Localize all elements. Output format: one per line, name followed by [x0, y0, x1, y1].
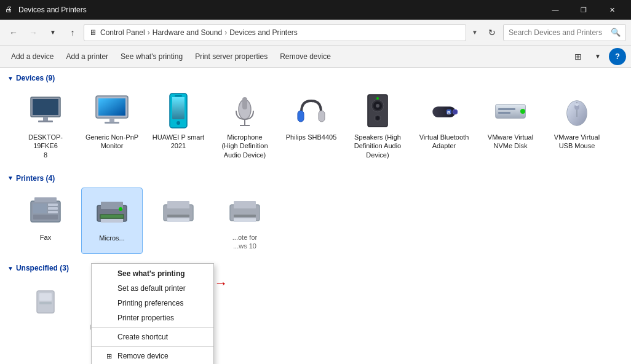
forward-button[interactable]: →	[25, 24, 42, 41]
add-device-button[interactable]: Add a device	[5, 48, 60, 65]
svg-rect-6	[98, 98, 125, 116]
device-item-desktop[interactable]: DESKTOP-19FKE68	[15, 87, 76, 163]
svg-rect-60	[167, 218, 189, 222]
svg-rect-2	[43, 117, 48, 121]
device-label-mouse: VMware VirtualUSB Mouse	[554, 133, 600, 151]
device-label-microphone: Microphone(High DefinitionAudio Device)	[221, 133, 268, 159]
breadcrumb-sep-2: ›	[224, 28, 227, 37]
svg-rect-50	[34, 197, 57, 202]
svg-rect-29	[433, 107, 455, 117]
close-button[interactable]: ✕	[598, 0, 626, 20]
bluetooth-icon: B	[424, 91, 464, 130]
breadcrumb-icon: 🖥	[89, 28, 97, 37]
fax-icon	[26, 191, 65, 231]
ctx-see-printing[interactable]: See what's printing	[92, 266, 213, 281]
view-options-button[interactable]: ⊞	[569, 48, 587, 65]
printer2-icon	[159, 191, 198, 231]
ctx-set-default[interactable]: Set as default printer	[92, 281, 213, 296]
svg-point-42	[575, 103, 579, 106]
device-item-fax[interactable]: Fax	[15, 188, 76, 255]
svg-point-26	[376, 116, 379, 120]
ctx-create-shortcut[interactable]: Create shortcut	[92, 330, 213, 344]
device-item-printer2[interactable]	[148, 188, 209, 255]
context-menu: See what's printing Set as default print…	[91, 263, 214, 364]
device-label-desktop: DESKTOP-19FKE68	[17, 133, 74, 159]
breadcrumb-dropdown-button[interactable]: ▼	[469, 24, 481, 41]
search-input[interactable]	[509, 28, 611, 37]
svg-point-56	[119, 207, 122, 211]
app-icon: 🖨	[5, 5, 15, 15]
chevron-icon-devices: ▼	[7, 75, 14, 82]
mouse-icon	[557, 91, 597, 130]
device-item-monitor[interactable]: Generic Non-PnPMonitor	[81, 87, 143, 163]
svg-point-35	[520, 109, 525, 114]
svg-rect-36	[498, 108, 515, 110]
device-label-fax: Fax	[40, 233, 51, 242]
view-dropdown-button[interactable]: ▼	[589, 48, 606, 65]
device-item-headphones[interactable]: Philips SHB4405	[280, 87, 342, 163]
device-item-bluetooth[interactable]: B Virtual BluetoothAdapter	[413, 87, 475, 163]
svg-text:B: B	[447, 110, 451, 116]
svg-rect-11	[172, 97, 185, 119]
device-item-ms-printer[interactable]: Micros...	[81, 188, 143, 255]
svg-rect-20	[319, 111, 325, 122]
svg-rect-46	[48, 204, 58, 206]
speakers-icon	[358, 91, 397, 130]
breadcrumb-item-control-panel[interactable]: Control Panel	[100, 28, 145, 37]
device-label-monitor: Generic Non-PnPMonitor	[85, 133, 138, 151]
add-printer-button[interactable]: Add a printer	[60, 48, 114, 65]
toolbar-right: ⊞ ▼ ?	[569, 48, 626, 65]
ctx-divider-1	[92, 327, 213, 328]
svg-rect-3	[38, 121, 53, 122]
see-whats-printing-button[interactable]: See what's printing	[114, 48, 189, 65]
section-header-devices[interactable]: ▼ Devices (9)	[0, 70, 631, 85]
device-item-nvme[interactable]: VMware VirtualNVMe Disk	[480, 87, 541, 163]
device-item-unspecified1[interactable]	[15, 277, 76, 335]
device-item-microphone[interactable]: Microphone(High DefinitionAudio Device)	[214, 87, 276, 163]
svg-rect-58	[167, 201, 189, 208]
svg-rect-63	[234, 215, 256, 217]
device-label-printer3: ...ote for...ws 10	[232, 233, 257, 251]
chevron-icon-printers: ▼	[7, 175, 14, 181]
section-header-printers[interactable]: ▼ Printers (4)	[0, 170, 631, 185]
monitor-icon	[92, 91, 132, 130]
svg-point-24	[376, 104, 379, 108]
svg-point-27	[376, 97, 379, 100]
remove-device-button[interactable]: Remove device	[274, 48, 337, 65]
svg-rect-15	[242, 97, 247, 109]
ctx-remove-device[interactable]: ⊞ Remove device	[92, 349, 213, 363]
device-label-headphones: Philips SHB4405	[286, 133, 337, 141]
svg-rect-55	[101, 219, 123, 223]
svg-rect-67	[39, 302, 52, 304]
device-item-mouse[interactable]: VMware VirtualUSB Mouse	[546, 87, 608, 163]
ctx-printing-prefs[interactable]: Printing preferences	[92, 296, 213, 311]
refresh-button[interactable]: ↻	[483, 24, 501, 41]
device-label-nvme: VMware VirtualNVMe Disk	[488, 133, 533, 151]
svg-rect-59	[167, 215, 189, 217]
device-item-speakers[interactable]: Speakers (HighDefinition AudioDevice)	[347, 87, 408, 163]
main-content: ▼ Devices (9) DESKTOP-19FKE68 Gene	[0, 68, 631, 364]
svg-rect-19	[298, 111, 304, 122]
window-title: Devices and Printers	[18, 6, 541, 14]
up-button[interactable]: ↑	[64, 24, 81, 41]
svg-rect-54	[101, 215, 123, 218]
recent-locations-button[interactable]: ▼	[44, 24, 62, 41]
breadcrumb-item-hardware[interactable]: Hardware and Sound	[153, 28, 222, 37]
toolbar: Add a device Add a printer See what's pr…	[0, 46, 631, 68]
minimize-button[interactable]: —	[541, 0, 569, 20]
maximize-button[interactable]: ❐	[569, 0, 598, 20]
help-button[interactable]: ?	[609, 48, 626, 65]
svg-point-32	[453, 109, 458, 114]
svg-point-12	[177, 121, 180, 125]
device-item-printer3[interactable]: ...ote for...ws 10	[214, 188, 276, 255]
print-server-properties-button[interactable]: Print server properties	[189, 48, 274, 65]
svg-rect-13	[175, 95, 182, 97]
svg-rect-45	[33, 204, 47, 213]
breadcrumb-item-devices[interactable]: Devices and Printers	[229, 28, 298, 37]
svg-rect-7	[109, 118, 114, 122]
device-item-phone[interactable]: HUAWEI P smart2021	[148, 87, 209, 163]
printer-selected-icon	[92, 192, 132, 231]
ctx-printer-props[interactable]: Printer properties	[92, 311, 213, 325]
svg-rect-62	[234, 201, 256, 208]
back-button[interactable]: ←	[5, 24, 22, 41]
